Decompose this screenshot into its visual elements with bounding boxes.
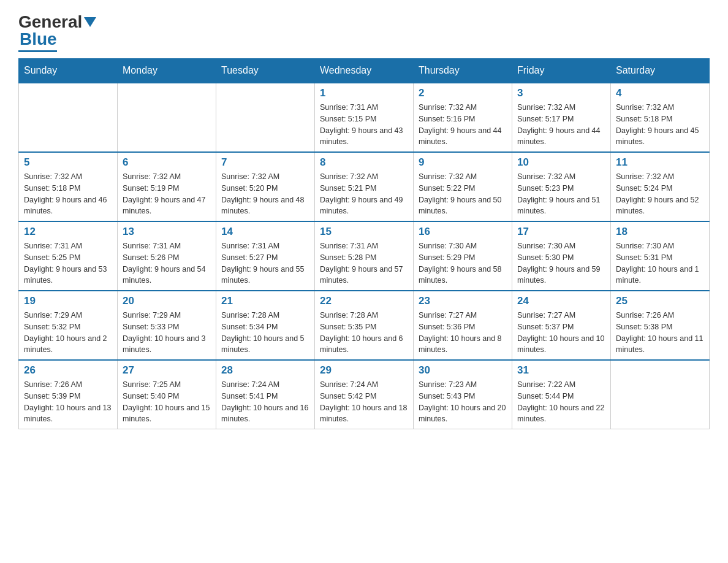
logo: General Blue — [18, 12, 96, 52]
calendar-cell: 24Sunrise: 7:27 AMSunset: 5:37 PMDayligh… — [512, 291, 611, 360]
calendar-cell: 1Sunrise: 7:31 AMSunset: 5:15 PMDaylight… — [315, 83, 414, 152]
day-number: 17 — [517, 226, 605, 238]
calendar-cell: 10Sunrise: 7:32 AMSunset: 5:23 PMDayligh… — [512, 152, 611, 221]
calendar-cell: 17Sunrise: 7:30 AMSunset: 5:30 PMDayligh… — [512, 221, 611, 291]
day-number: 19 — [24, 295, 112, 307]
calendar-cell: 12Sunrise: 7:31 AMSunset: 5:25 PMDayligh… — [19, 221, 118, 291]
day-info: Sunrise: 7:27 AMSunset: 5:36 PMDaylight:… — [419, 310, 507, 356]
day-info: Sunrise: 7:30 AMSunset: 5:31 PMDaylight:… — [616, 240, 704, 286]
calendar-cell: 22Sunrise: 7:28 AMSunset: 5:35 PMDayligh… — [315, 291, 414, 360]
calendar-cell: 30Sunrise: 7:23 AMSunset: 5:43 PMDayligh… — [414, 360, 512, 429]
day-number: 21 — [221, 295, 309, 307]
day-number: 18 — [616, 226, 704, 238]
day-info: Sunrise: 7:26 AMSunset: 5:39 PMDaylight:… — [24, 379, 112, 425]
logo-arrow-icon — [84, 17, 96, 27]
week-row-3: 12Sunrise: 7:31 AMSunset: 5:25 PMDayligh… — [19, 221, 710, 291]
calendar-cell: 28Sunrise: 7:24 AMSunset: 5:41 PMDayligh… — [216, 360, 315, 429]
day-info: Sunrise: 7:28 AMSunset: 5:34 PMDaylight:… — [221, 310, 309, 356]
day-info: Sunrise: 7:25 AMSunset: 5:40 PMDaylight:… — [123, 379, 211, 425]
day-info: Sunrise: 7:31 AMSunset: 5:15 PMDaylight:… — [320, 102, 408, 148]
calendar-cell — [19, 83, 118, 152]
day-info: Sunrise: 7:24 AMSunset: 5:41 PMDaylight:… — [221, 379, 309, 425]
day-number: 5 — [24, 156, 112, 169]
calendar-cell: 2Sunrise: 7:32 AMSunset: 5:16 PMDaylight… — [414, 83, 512, 152]
calendar-cell — [118, 83, 216, 152]
day-info: Sunrise: 7:32 AMSunset: 5:16 PMDaylight:… — [419, 102, 507, 148]
calendar-cell: 20Sunrise: 7:29 AMSunset: 5:33 PMDayligh… — [118, 291, 216, 360]
day-info: Sunrise: 7:32 AMSunset: 5:18 PMDaylight:… — [616, 102, 704, 148]
day-info: Sunrise: 7:23 AMSunset: 5:43 PMDaylight:… — [419, 379, 507, 425]
day-info: Sunrise: 7:24 AMSunset: 5:42 PMDaylight:… — [320, 379, 408, 425]
day-info: Sunrise: 7:32 AMSunset: 5:23 PMDaylight:… — [517, 171, 605, 217]
calendar-cell: 25Sunrise: 7:26 AMSunset: 5:38 PMDayligh… — [611, 291, 710, 360]
col-header-monday: Monday — [118, 59, 216, 83]
calendar-cell: 11Sunrise: 7:32 AMSunset: 5:24 PMDayligh… — [611, 152, 710, 221]
day-info: Sunrise: 7:32 AMSunset: 5:22 PMDaylight:… — [419, 171, 507, 217]
col-header-thursday: Thursday — [414, 59, 512, 83]
day-info: Sunrise: 7:31 AMSunset: 5:26 PMDaylight:… — [123, 240, 211, 286]
day-number: 3 — [517, 87, 605, 99]
day-number: 26 — [24, 364, 112, 377]
day-info: Sunrise: 7:32 AMSunset: 5:19 PMDaylight:… — [123, 171, 211, 217]
calendar-cell: 18Sunrise: 7:30 AMSunset: 5:31 PMDayligh… — [611, 221, 710, 291]
day-info: Sunrise: 7:32 AMSunset: 5:18 PMDaylight:… — [24, 171, 112, 217]
calendar-cell: 29Sunrise: 7:24 AMSunset: 5:42 PMDayligh… — [315, 360, 414, 429]
day-number: 11 — [616, 156, 704, 169]
day-info: Sunrise: 7:31 AMSunset: 5:25 PMDaylight:… — [24, 240, 112, 286]
day-number: 6 — [123, 156, 211, 169]
day-info: Sunrise: 7:30 AMSunset: 5:30 PMDaylight:… — [517, 240, 605, 286]
day-number: 15 — [320, 226, 408, 238]
calendar-cell: 9Sunrise: 7:32 AMSunset: 5:22 PMDaylight… — [414, 152, 512, 221]
calendar-cell: 19Sunrise: 7:29 AMSunset: 5:32 PMDayligh… — [19, 291, 118, 360]
day-number: 23 — [419, 295, 507, 307]
day-number: 28 — [221, 364, 309, 377]
day-info: Sunrise: 7:29 AMSunset: 5:33 PMDaylight:… — [123, 310, 211, 356]
day-info: Sunrise: 7:32 AMSunset: 5:20 PMDaylight:… — [221, 171, 309, 217]
day-number: 1 — [320, 87, 408, 99]
calendar-cell: 3Sunrise: 7:32 AMSunset: 5:17 PMDaylight… — [512, 83, 611, 152]
day-info: Sunrise: 7:29 AMSunset: 5:32 PMDaylight:… — [24, 310, 112, 356]
calendar-cell: 26Sunrise: 7:26 AMSunset: 5:39 PMDayligh… — [19, 360, 118, 429]
calendar-cell: 15Sunrise: 7:31 AMSunset: 5:28 PMDayligh… — [315, 221, 414, 291]
calendar-table: SundayMondayTuesdayWednesdayThursdayFrid… — [18, 58, 710, 429]
day-number: 25 — [616, 295, 704, 307]
calendar-cell: 5Sunrise: 7:32 AMSunset: 5:18 PMDaylight… — [19, 152, 118, 221]
day-info: Sunrise: 7:26 AMSunset: 5:38 PMDaylight:… — [616, 310, 704, 356]
calendar-cell: 23Sunrise: 7:27 AMSunset: 5:36 PMDayligh… — [414, 291, 512, 360]
day-info: Sunrise: 7:28 AMSunset: 5:35 PMDaylight:… — [320, 310, 408, 356]
day-number: 13 — [123, 226, 211, 238]
day-info: Sunrise: 7:30 AMSunset: 5:29 PMDaylight:… — [419, 240, 507, 286]
calendar-cell: 7Sunrise: 7:32 AMSunset: 5:20 PMDaylight… — [216, 152, 315, 221]
day-info: Sunrise: 7:31 AMSunset: 5:27 PMDaylight:… — [221, 240, 309, 286]
calendar-cell: 16Sunrise: 7:30 AMSunset: 5:29 PMDayligh… — [414, 221, 512, 291]
col-header-saturday: Saturday — [611, 59, 710, 83]
day-info: Sunrise: 7:32 AMSunset: 5:17 PMDaylight:… — [517, 102, 605, 148]
calendar-cell: 14Sunrise: 7:31 AMSunset: 5:27 PMDayligh… — [216, 221, 315, 291]
day-number: 14 — [221, 226, 309, 238]
day-number: 24 — [517, 295, 605, 307]
header-row: SundayMondayTuesdayWednesdayThursdayFrid… — [19, 59, 710, 83]
day-number: 20 — [123, 295, 211, 307]
calendar-cell: 8Sunrise: 7:32 AMSunset: 5:21 PMDaylight… — [315, 152, 414, 221]
col-header-sunday: Sunday — [19, 59, 118, 83]
day-number: 10 — [517, 156, 605, 169]
day-number: 2 — [419, 87, 507, 99]
day-info: Sunrise: 7:32 AMSunset: 5:24 PMDaylight:… — [616, 171, 704, 217]
day-number: 22 — [320, 295, 408, 307]
day-number: 30 — [419, 364, 507, 377]
week-row-5: 26Sunrise: 7:26 AMSunset: 5:39 PMDayligh… — [19, 360, 710, 429]
calendar-cell — [611, 360, 710, 429]
calendar-cell: 13Sunrise: 7:31 AMSunset: 5:26 PMDayligh… — [118, 221, 216, 291]
calendar-cell: 21Sunrise: 7:28 AMSunset: 5:34 PMDayligh… — [216, 291, 315, 360]
week-row-2: 5Sunrise: 7:32 AMSunset: 5:18 PMDaylight… — [19, 152, 710, 221]
col-header-friday: Friday — [512, 59, 611, 83]
day-info: Sunrise: 7:27 AMSunset: 5:37 PMDaylight:… — [517, 310, 605, 356]
col-header-wednesday: Wednesday — [315, 59, 414, 83]
calendar-cell: 6Sunrise: 7:32 AMSunset: 5:19 PMDaylight… — [118, 152, 216, 221]
day-number: 7 — [221, 156, 309, 169]
day-info: Sunrise: 7:22 AMSunset: 5:44 PMDaylight:… — [517, 379, 605, 425]
logo-blue-label: Blue — [18, 29, 57, 48]
calendar-cell: 4Sunrise: 7:32 AMSunset: 5:18 PMDaylight… — [611, 83, 710, 152]
day-number: 4 — [616, 87, 704, 99]
calendar-cell: 27Sunrise: 7:25 AMSunset: 5:40 PMDayligh… — [118, 360, 216, 429]
